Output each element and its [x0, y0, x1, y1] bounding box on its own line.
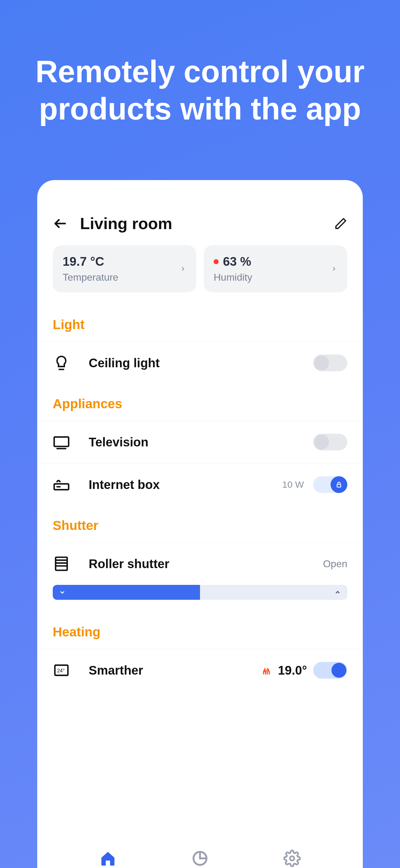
sensor-cards: 19.7 °C Temperature 63 % Humidity: [37, 245, 363, 305]
device-row-roller-shutter[interactable]: Roller shutter Open: [37, 542, 363, 585]
marketing-headline: Remotely control your products with the …: [0, 0, 400, 127]
humidity-value: 63 %: [214, 254, 331, 269]
chevron-right-icon: [179, 266, 186, 272]
toggle-knob: [314, 435, 329, 450]
humidity-label: Humidity: [214, 272, 331, 283]
header: Living room: [37, 199, 363, 245]
shutter-icon: [53, 555, 70, 572]
tab-settings-icon[interactable]: [284, 850, 301, 867]
alert-dot-icon: [214, 259, 219, 264]
svg-point-12: [290, 856, 294, 861]
tv-icon: [53, 433, 70, 451]
section-title-light: Light: [37, 305, 363, 341]
device-label: Ceiling light: [89, 356, 313, 370]
svg-text:24°: 24°: [57, 668, 65, 673]
bulb-icon: [53, 354, 70, 372]
toggle-knob: [314, 355, 329, 370]
svg-rect-1: [54, 437, 69, 446]
temperature-card[interactable]: 19.7 °C Temperature: [53, 245, 196, 292]
power-value: 10 W: [282, 479, 304, 490]
humidity-card[interactable]: 63 % Humidity: [204, 245, 347, 292]
flame-icon: [261, 665, 272, 676]
room-title: Living room: [80, 214, 334, 233]
router-icon: [53, 476, 70, 493]
back-arrow-icon[interactable]: [53, 216, 68, 231]
temperature-label: Temperature: [63, 272, 179, 283]
device-row-ceiling-light[interactable]: Ceiling light: [37, 341, 363, 384]
toggle-television[interactable]: [313, 434, 347, 451]
toggle-ceiling-light[interactable]: [313, 354, 347, 371]
edit-pencil-icon[interactable]: [334, 217, 347, 230]
shutter-status: Open: [323, 558, 347, 570]
device-label: Television: [89, 435, 313, 449]
toggle-smarther[interactable]: [313, 662, 347, 679]
device-label: Smarther: [89, 663, 261, 677]
device-label: Internet box: [89, 478, 282, 492]
tab-stats-icon[interactable]: [191, 850, 209, 867]
shutter-slider-fill: [53, 585, 200, 600]
chevron-right-icon: [331, 266, 337, 272]
section-title-shutter: Shutter: [37, 506, 363, 542]
device-row-internet-box[interactable]: Internet box 10 W: [37, 463, 363, 506]
device-row-television[interactable]: Television: [37, 421, 363, 463]
toggle-internet-box-locked[interactable]: [313, 476, 347, 493]
lock-icon: [331, 476, 347, 493]
svg-rect-5: [337, 484, 341, 487]
device-label: Roller shutter: [89, 557, 323, 571]
tab-bar: [37, 835, 363, 868]
app-screen: Living room 19.7 °C Temperature 63 % Hum…: [37, 180, 363, 868]
shutter-slider-wrap: [37, 585, 363, 612]
temperature-value: 19.7 °C: [63, 254, 179, 269]
thermostat-icon: 24°: [53, 661, 70, 679]
device-row-smarther[interactable]: 24° Smarther 19.0°: [37, 649, 363, 691]
tab-home-icon[interactable]: [99, 850, 116, 867]
chevron-down-icon: [59, 589, 66, 596]
thermostat-temp: 19.0°: [278, 663, 307, 677]
section-title-appliances: Appliances: [37, 384, 363, 421]
toggle-knob: [331, 663, 346, 678]
section-title-heating: Heating: [37, 612, 363, 649]
chevron-up-icon: [334, 589, 341, 596]
shutter-slider[interactable]: [53, 585, 347, 600]
